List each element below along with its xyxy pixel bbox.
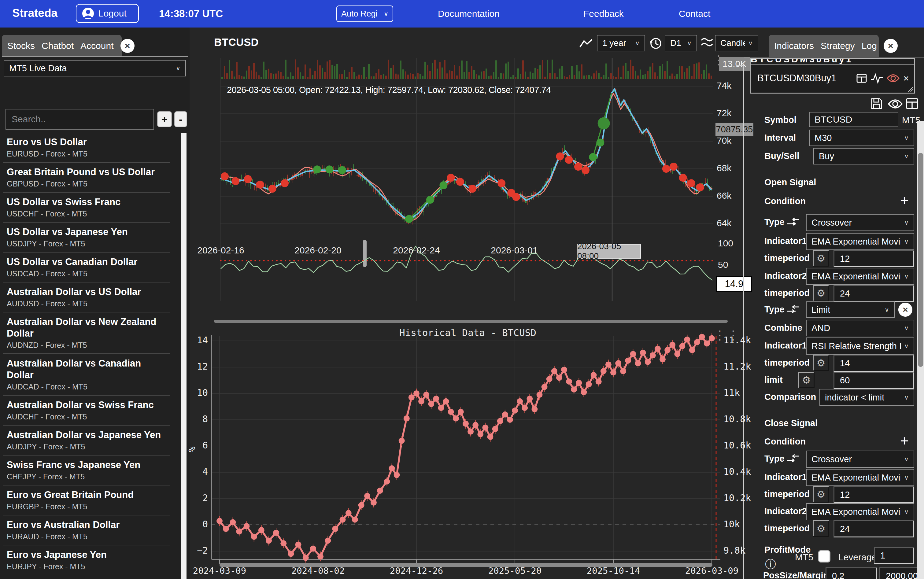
tab-strategy[interactable]: Strategy (821, 41, 855, 51)
font-decrease-button[interactable]: - (174, 111, 187, 127)
search-input[interactable] (5, 109, 154, 129)
gear-icon[interactable]: ⚙ (813, 250, 829, 267)
tab-indicators[interactable]: Indicators (774, 41, 814, 51)
table-view-icon[interactable] (906, 97, 919, 110)
axis-tick: 2025-10-14 (580, 566, 647, 576)
gear-icon[interactable]: ⚙ (813, 285, 829, 301)
price-chart-canvas[interactable] (190, 28, 758, 318)
instrument-item[interactable]: US Dollar vs Swiss FrancUSDCHF - Forex -… (3, 193, 170, 222)
auto-mode-select[interactable]: Auto Regi (336, 5, 393, 22)
open-indicator1-select[interactable]: EMA Exponential Moving Avera (806, 233, 914, 250)
gear-icon[interactable]: ⚙ (798, 372, 814, 388)
close-indicator1-select[interactable]: EMA Exponential Moving Avera (806, 469, 914, 486)
close-indicator2-select[interactable]: EMA Exponential Moving Avera (806, 503, 914, 520)
possize-input[interactable]: 0.2 (826, 568, 877, 579)
indicator2-label: Indicator2 (764, 271, 807, 281)
info-icon[interactable]: ⓘ (765, 557, 776, 572)
limit-input[interactable]: 60 (834, 372, 914, 389)
tab-log[interactable]: Log (862, 41, 877, 51)
data-source-select[interactable]: MT5 Live Data (4, 60, 186, 77)
combine-select[interactable]: AND (806, 320, 914, 336)
instrument-item[interactable]: Australian Dollar vs Swiss FrancAUDCHF -… (3, 396, 170, 425)
tab-chatbot[interactable]: Chatbot (42, 41, 74, 51)
logout-button[interactable]: Logout (76, 4, 139, 23)
nav-link-feedback[interactable]: Feedback (583, 8, 624, 19)
instrument-name: Euro vs Great Britain Pound (7, 489, 170, 501)
close-timeperiod2-input[interactable]: 24 (834, 520, 914, 537)
axis-tick: 66k (717, 190, 731, 201)
strategy-name: BTCUSDM30Buy1 (757, 73, 836, 84)
indicator1-label: Indicator1 (764, 236, 807, 246)
buysell-select[interactable]: Buy (813, 148, 914, 164)
open-timeperiod2-input[interactable]: 24 (834, 285, 914, 302)
rsi-timeperiod-input[interactable]: 14 (834, 355, 914, 372)
instrument-item[interactable]: Swiss Franc vs Japanese YenCHFJPY - Fore… (3, 455, 170, 486)
table-icon[interactable] (856, 73, 867, 84)
gear-icon[interactable]: ⚙ (813, 520, 829, 537)
possize-label: PosSize/Margin (763, 571, 829, 579)
font-increase-button[interactable]: + (157, 111, 172, 127)
open-timeperiod1-input[interactable]: 12 (834, 250, 914, 267)
close-timeperiod1-input[interactable]: 12 (834, 486, 914, 503)
timeperiod-label: timeperiod (764, 523, 810, 533)
resize-handle-icon[interactable] (907, 86, 913, 92)
instrument-item[interactable]: Euro vs Australian DollarEURAUD - Forex … (3, 515, 170, 545)
panel-divider-cap (736, 65, 744, 66)
remove-condition-icon[interactable]: × (898, 303, 913, 317)
instrument-item[interactable]: Euro vs Japanese YenEURJPY - Forex - MT5 (3, 545, 170, 575)
tab-account[interactable]: Account (80, 41, 113, 51)
instrument-code: USDJPY - Forex - MT5 (7, 239, 170, 248)
gear-icon[interactable]: ⚙ (813, 486, 829, 502)
leverage-input[interactable]: 1 (874, 547, 914, 564)
mt5-checkbox[interactable] (818, 550, 831, 563)
axis-tick: 74k (717, 80, 731, 91)
remove-strategy-icon[interactable]: × (903, 73, 909, 84)
symbol-input[interactable] (809, 112, 898, 127)
axis-tick: 11k (723, 387, 740, 398)
combine-label: Combine (764, 323, 802, 333)
instrument-item[interactable]: Euro vs Great Britain PoundEURGBP - Fore… (3, 486, 170, 515)
panel-scrollbar-thumb[interactable] (918, 153, 923, 367)
interval-value-select[interactable]: M30 (809, 129, 914, 146)
interval-label: Interval (764, 132, 796, 143)
strategy-item-row[interactable]: BTCUSDM30Buy1 × (751, 65, 914, 92)
nav-link-documentation[interactable]: Documentation (438, 8, 500, 19)
eye-icon[interactable] (888, 98, 903, 110)
instrument-name: Euro vs Australian Dollar (7, 519, 170, 531)
panel-scrollbar[interactable] (917, 121, 924, 579)
axis-tick: 12 (182, 361, 208, 372)
visible-eye-icon[interactable] (887, 73, 899, 83)
comparison-select[interactable]: indicator < limit (819, 389, 914, 406)
open-type2-select[interactable]: Limit (806, 301, 895, 318)
instrument-item[interactable]: Great Britain Pound vs US DollarGBPUSD -… (3, 163, 170, 193)
add-condition-button[interactable]: + (900, 195, 909, 207)
add-condition-button[interactable]: + (900, 435, 909, 447)
instrument-item[interactable]: Euro vs US DollarEURUSD - Forex - MT5 (3, 132, 170, 163)
strategy-item-clipped[interactable]: BTCUSDM30Buy1 (751, 59, 914, 65)
axis-tick: 2026-03-01 (487, 245, 542, 255)
crossover-arrows-icon (787, 216, 800, 227)
instrument-item[interactable]: Australian Dollar vs New Zealand DollarA… (3, 312, 170, 354)
instrument-item[interactable]: Australian Dollar vs Japanese YenAUDJPY … (3, 425, 170, 455)
instrument-item[interactable]: Australian Dollar vs Canadian DollarAUDC… (3, 354, 170, 396)
nav-link-contact[interactable]: Contact (679, 8, 710, 19)
instrument-item[interactable]: Australian Dollar vs US DollarAUDUSD - F… (3, 283, 170, 312)
save-icon[interactable] (870, 97, 883, 110)
indicator1-label: Indicator1 (764, 340, 807, 351)
gear-icon[interactable]: ⚙ (813, 355, 829, 371)
instrument-item[interactable]: US Dollar vs Japanese YenUSDJPY - Forex … (3, 222, 170, 252)
open-type1-select[interactable]: Crossover (806, 214, 914, 231)
historical-chart-canvas[interactable] (190, 318, 758, 579)
close-type-select[interactable]: Crossover (806, 451, 914, 468)
instrument-item[interactable]: US Dollar vs Canadian DollarUSDCAD - For… (3, 252, 170, 283)
pulse-icon[interactable] (871, 73, 883, 84)
sidebar-scrollbar[interactable] (181, 132, 186, 579)
instrument-code: EURUSD - Forex - MT5 (7, 149, 170, 159)
instrument-code: GBPUSD - Forex - MT5 (7, 179, 170, 188)
panel-close-icon[interactable]: × (884, 39, 898, 53)
tab-stocks[interactable]: Stocks (7, 41, 35, 51)
instrument-name: Great Britain Pound vs US Dollar (7, 166, 170, 178)
open-indicator3-select[interactable]: RSI Relative Strength Index (806, 337, 914, 355)
open-indicator2-select[interactable]: EMA Exponential Moving Avera (806, 268, 914, 285)
sidebar-close-icon[interactable]: × (121, 39, 134, 53)
